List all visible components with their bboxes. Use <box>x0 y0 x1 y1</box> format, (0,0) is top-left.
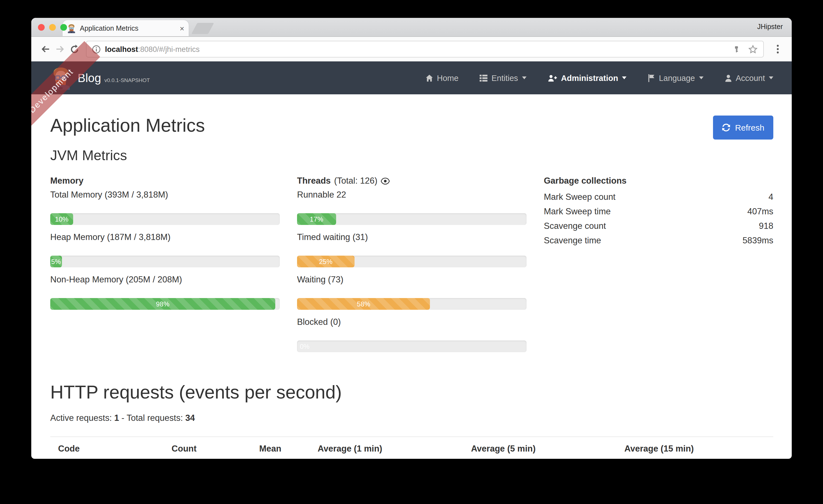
list-icon <box>480 74 487 82</box>
address-bar[interactable]: localhost:8080/#/jhi-metrics <box>86 41 764 57</box>
brand-version: v0.0.1-SNAPSHOT <box>105 77 150 83</box>
runnable-progress: 17% <box>297 213 526 225</box>
refresh-button[interactable]: Refresh <box>713 116 773 140</box>
eye-icon[interactable] <box>381 177 390 184</box>
window-controls <box>38 24 67 31</box>
col-header-code: Code <box>50 437 167 459</box>
browser-profile-name: JHipster <box>757 23 783 31</box>
nav-item-administration[interactable]: Administration <box>548 73 627 82</box>
col-header-count: Count <box>167 437 255 459</box>
total-requests-label: - Total requests: <box>119 413 185 423</box>
nav-item-home[interactable]: Home <box>425 73 458 82</box>
nav-item-label: Administration <box>561 73 618 82</box>
progress-label: 17% <box>310 215 323 223</box>
gc-label: Mark Sweep time <box>544 204 611 219</box>
page-title: Application Metrics <box>50 116 205 136</box>
brand-name: Blog <box>77 71 101 85</box>
screen: Application Metrics × JHipster localhost… <box>0 0 823 504</box>
zoom-window-button[interactable] <box>60 24 67 31</box>
bookmark-star-icon[interactable] <box>748 45 758 53</box>
tab-title: Application Metrics <box>80 24 180 32</box>
heap-memory-label: Heap Memory (187M / 3,818M) <box>50 232 280 242</box>
gc-label: Scavenge time <box>544 233 601 248</box>
gc-column: Garbage collections Mark Sweep count 4 M… <box>544 176 773 359</box>
gc-value: 407ms <box>747 204 773 219</box>
refresh-icon <box>722 123 730 132</box>
total-requests-value: 34 <box>185 413 195 423</box>
progress-label: 5% <box>51 258 61 266</box>
chevron-down-icon <box>699 76 703 79</box>
runnable-label: Runnable 22 <box>297 190 526 200</box>
gc-row-mark-sweep-time: Mark Sweep time 407ms <box>544 204 773 219</box>
page-info-icon[interactable] <box>92 45 101 53</box>
table-header-row: Code Count Mean Average (1 min) Average … <box>50 437 773 459</box>
timed-waiting-label: Timed waiting (31) <box>297 232 526 242</box>
back-button[interactable] <box>38 42 52 56</box>
gc-value: 4 <box>769 190 773 204</box>
progress-fill: 17% <box>297 213 336 225</box>
gc-title: Garbage collections <box>544 176 773 186</box>
memory-column: Memory Total Memory (393M / 3,818M) 10% … <box>50 176 280 359</box>
timed-waiting-progress: 25% <box>297 256 526 267</box>
refresh-label: Refresh <box>735 123 764 132</box>
total-memory-progress: 10% <box>50 213 280 225</box>
save-password-key-icon[interactable] <box>732 45 740 53</box>
browser-menu-icon[interactable] <box>771 42 785 56</box>
close-window-button[interactable] <box>38 24 45 31</box>
main-content: Application Metrics Refresh JVM Metrics … <box>31 116 792 459</box>
memory-title: Memory <box>50 176 280 186</box>
user-icon <box>724 74 732 82</box>
reload-button[interactable] <box>67 42 81 56</box>
gc-row-scavenge-count: Scavenge count 918 <box>544 219 773 233</box>
waiting-label: Waiting (73) <box>297 275 526 285</box>
new-tab-button[interactable] <box>191 23 214 34</box>
progress-label: 58% <box>357 300 370 308</box>
nav-item-entities[interactable]: Entities <box>480 73 526 82</box>
nonheap-memory-label: Non-Heap Memory (205M / 208M) <box>50 275 280 285</box>
chevron-down-icon <box>522 76 526 79</box>
chevron-down-icon <box>622 76 627 79</box>
jvm-metrics-title: JVM Metrics <box>50 147 773 164</box>
http-requests-table: Code Count Mean Average (1 min) Average … <box>50 437 773 459</box>
forward-button[interactable] <box>52 42 67 56</box>
col-header-avg1: Average (1 min) <box>313 437 467 459</box>
url-host: localhost <box>105 45 138 53</box>
waiting-progress: 58% <box>297 298 526 310</box>
blocked-progress: 0% <box>297 340 526 352</box>
col-header-mean: Mean <box>255 437 313 459</box>
nav-item-account[interactable]: Account <box>724 73 773 82</box>
col-header-avg5: Average (5 min) <box>467 437 620 459</box>
nav-item-label: Home <box>437 73 458 82</box>
blocked-label: Blocked (0) <box>297 317 526 327</box>
gc-value: 918 <box>759 219 773 233</box>
requests-summary: Active requests: 1 - Total requests: 34 <box>50 413 773 423</box>
browser-toolbar: localhost:8080/#/jhi-metrics <box>31 37 792 61</box>
http-requests-title: HTTP requests (events per second) <box>50 382 773 403</box>
minimize-window-button[interactable] <box>49 24 56 31</box>
nav-items: Home Entities Administration Language <box>425 73 773 82</box>
progress-label: 10% <box>55 215 68 223</box>
brand[interactable]: Blog v0.0.1-SNAPSHOT <box>50 67 150 89</box>
app-navbar: Blog v0.0.1-SNAPSHOT Home Entities Admin… <box>31 61 792 94</box>
browser-tab[interactable]: Application Metrics × <box>62 20 189 36</box>
progress-fill: 10% <box>50 213 73 225</box>
heap-memory-progress: 5% <box>50 256 280 267</box>
nav-item-label: Entities <box>491 73 518 82</box>
url-path: :8080/#/jhi-metrics <box>138 45 200 53</box>
progress-fill: 58% <box>297 298 430 310</box>
progress-label: 98% <box>156 300 169 308</box>
total-memory-label: Total Memory (393M / 3,818M) <box>50 190 280 200</box>
gc-row-scavenge-time: Scavenge time 5839ms <box>544 233 773 248</box>
chevron-down-icon <box>769 76 773 79</box>
progress-fill: 5% <box>50 256 62 267</box>
nav-item-language[interactable]: Language <box>648 73 703 82</box>
home-icon <box>425 74 433 82</box>
nonheap-memory-progress: 98% <box>50 298 280 310</box>
progress-label: 0% <box>300 342 310 350</box>
tab-close-icon[interactable]: × <box>180 24 184 32</box>
threads-title: Threads <box>297 176 331 186</box>
gc-value: 5839ms <box>743 233 773 248</box>
progress-fill: 25% <box>297 256 354 267</box>
progress-label: 25% <box>319 258 332 266</box>
threads-column: Threads (Total: 126) Runnable 22 17% Tim… <box>297 176 526 359</box>
